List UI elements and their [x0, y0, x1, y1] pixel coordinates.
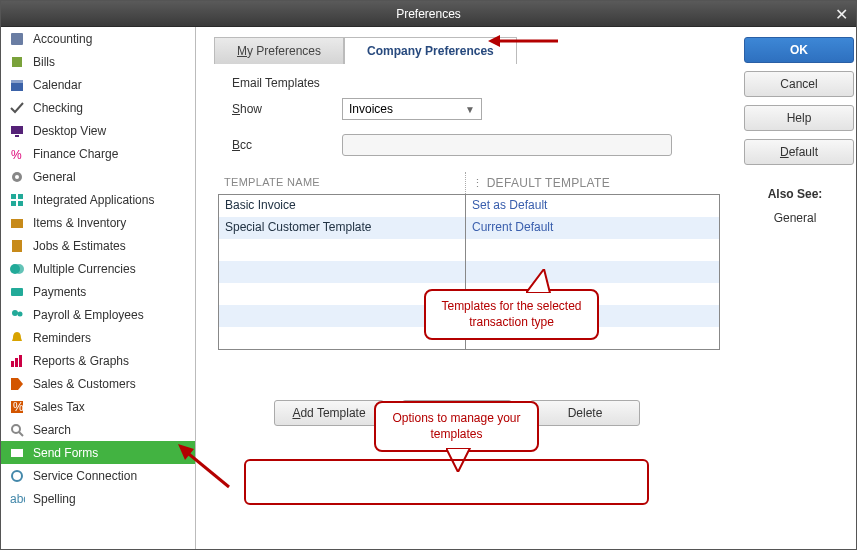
- clipboard-icon: [7, 238, 27, 254]
- sidebar-item-payments[interactable]: Payments: [1, 280, 195, 303]
- annotation-box-buttons: [244, 459, 649, 505]
- percent-icon: %: [7, 146, 27, 162]
- column-default-template: ⋮ DEFAULT TEMPLATE: [465, 172, 681, 194]
- sidebar-item-jobs-estimates[interactable]: Jobs & Estimates: [1, 234, 195, 257]
- mail-icon: [7, 445, 27, 461]
- sidebar[interactable]: AccountingBillsCalendarCheckingDesktop V…: [1, 27, 196, 549]
- bcc-label: Bcc: [232, 138, 342, 152]
- close-icon[interactable]: ✕: [835, 5, 848, 24]
- svg-text:%: %: [11, 148, 22, 162]
- default-template-cell[interactable]: Current Default: [466, 217, 682, 239]
- svg-point-18: [12, 310, 18, 316]
- sidebar-item-label: Search: [33, 423, 71, 437]
- svg-rect-13: [11, 219, 23, 228]
- card-icon: [7, 284, 27, 300]
- svg-text:%: %: [13, 400, 24, 414]
- cancel-button[interactable]: Cancel: [744, 71, 854, 97]
- svg-point-8: [15, 175, 19, 179]
- window-title: Preferences: [396, 7, 461, 21]
- search-icon: [7, 422, 27, 438]
- sidebar-item-bills[interactable]: Bills: [1, 50, 195, 73]
- tab-company-preferences[interactable]: Company Preferences: [344, 37, 517, 64]
- sidebar-item-label: Sales Tax: [33, 400, 85, 414]
- svg-point-16: [14, 264, 24, 274]
- default-button[interactable]: Default: [744, 139, 854, 165]
- table-row: [219, 261, 719, 283]
- chevron-down-icon: ▼: [465, 104, 475, 115]
- sidebar-item-label: Payments: [33, 285, 86, 299]
- svg-rect-14: [12, 240, 22, 252]
- sidebar-item-search[interactable]: Search: [1, 418, 195, 441]
- table-row[interactable]: Special Customer TemplateCurrent Default: [219, 217, 719, 239]
- svg-rect-4: [11, 126, 23, 134]
- sidebar-item-sales-customers[interactable]: Sales & Customers: [1, 372, 195, 395]
- sidebar-item-label: Reports & Graphs: [33, 354, 129, 368]
- main-panel: My Preferences Company Preferences Email…: [196, 27, 734, 549]
- help-button[interactable]: Help: [744, 105, 854, 131]
- tab-strip: My Preferences Company Preferences: [214, 37, 720, 64]
- sidebar-item-spelling[interactable]: abcSpelling: [1, 487, 195, 510]
- gear-icon: [7, 169, 27, 185]
- sidebar-item-label: General: [33, 170, 76, 184]
- sidebar-item-label: Send Forms: [33, 446, 98, 460]
- sidebar-item-checking[interactable]: Checking: [1, 96, 195, 119]
- template-table-header: TEMPLATE NAME ⋮ DEFAULT TEMPLATE: [218, 172, 720, 194]
- svg-rect-20: [11, 361, 14, 367]
- add-template-button[interactable]: Add Template: [274, 400, 384, 426]
- right-panel: OK Cancel Help Default Also See: General: [734, 27, 856, 549]
- default-template-cell: [466, 261, 682, 283]
- sidebar-item-service-connection[interactable]: Service Connection: [1, 464, 195, 487]
- sidebar-item-label: Accounting: [33, 32, 92, 46]
- svg-rect-11: [11, 201, 16, 206]
- preferences-window: Preferences ✕ AccountingBillsCalendarChe…: [0, 0, 857, 550]
- svg-rect-3: [11, 80, 23, 83]
- sidebar-item-desktop-view[interactable]: Desktop View: [1, 119, 195, 142]
- sidebar-item-label: Spelling: [33, 492, 76, 506]
- sidebar-item-items-inventory[interactable]: Items & Inventory: [1, 211, 195, 234]
- sidebar-item-calendar[interactable]: Calendar: [1, 73, 195, 96]
- sidebar-item-label: Checking: [33, 101, 83, 115]
- sidebar-item-label: Jobs & Estimates: [33, 239, 126, 253]
- sidebar-item-label: Multiple Currencies: [33, 262, 136, 276]
- sidebar-item-reports-graphs[interactable]: Reports & Graphs: [1, 349, 195, 372]
- ok-button[interactable]: OK: [744, 37, 854, 63]
- calendar-icon: [7, 77, 27, 93]
- sidebar-item-accounting[interactable]: Accounting: [1, 27, 195, 50]
- column-template-name: TEMPLATE NAME: [218, 172, 465, 194]
- sidebar-item-label: Calendar: [33, 78, 82, 92]
- sidebar-item-integrated-applications[interactable]: Integrated Applications: [1, 188, 195, 211]
- svg-point-25: [12, 425, 20, 433]
- svg-rect-21: [15, 358, 18, 367]
- chart-icon: [7, 353, 27, 369]
- show-dropdown[interactable]: Invoices ▼: [342, 98, 482, 120]
- also-see-heading: Also See:: [744, 187, 846, 201]
- sidebar-item-general[interactable]: General: [1, 165, 195, 188]
- sidebar-item-send-forms[interactable]: Send Forms: [1, 441, 195, 464]
- sidebar-item-label: Sales & Customers: [33, 377, 136, 391]
- abc-icon: abc: [7, 491, 27, 507]
- table-row[interactable]: Basic InvoiceSet as Default: [219, 195, 719, 217]
- table-row: [219, 239, 719, 261]
- sidebar-item-label: Service Connection: [33, 469, 137, 483]
- show-label: Show: [232, 102, 342, 116]
- delete-template-button[interactable]: Delete: [530, 400, 640, 426]
- sidebar-item-label: Items & Inventory: [33, 216, 126, 230]
- default-template-cell[interactable]: Set as Default: [466, 195, 682, 217]
- template-name-cell: Special Customer Template: [219, 217, 466, 239]
- svg-marker-34: [526, 269, 550, 293]
- bcc-input[interactable]: [342, 134, 672, 156]
- sidebar-item-finance-charge[interactable]: %Finance Charge: [1, 142, 195, 165]
- sidebar-item-sales-tax[interactable]: %Sales Tax: [1, 395, 195, 418]
- titlebar: Preferences ✕: [1, 1, 856, 27]
- tab-my-preferences[interactable]: My Preferences: [214, 37, 344, 64]
- sidebar-item-label: Bills: [33, 55, 55, 69]
- book-icon: [7, 31, 27, 47]
- people-icon: [7, 307, 27, 323]
- also-see-link-general[interactable]: General: [744, 211, 846, 225]
- sidebar-item-reminders[interactable]: Reminders: [1, 326, 195, 349]
- svg-rect-22: [19, 355, 22, 367]
- svg-rect-17: [11, 288, 23, 296]
- sidebar-item-payroll-employees[interactable]: Payroll & Employees: [1, 303, 195, 326]
- apps-icon: [7, 192, 27, 208]
- sidebar-item-multiple-currencies[interactable]: Multiple Currencies: [1, 257, 195, 280]
